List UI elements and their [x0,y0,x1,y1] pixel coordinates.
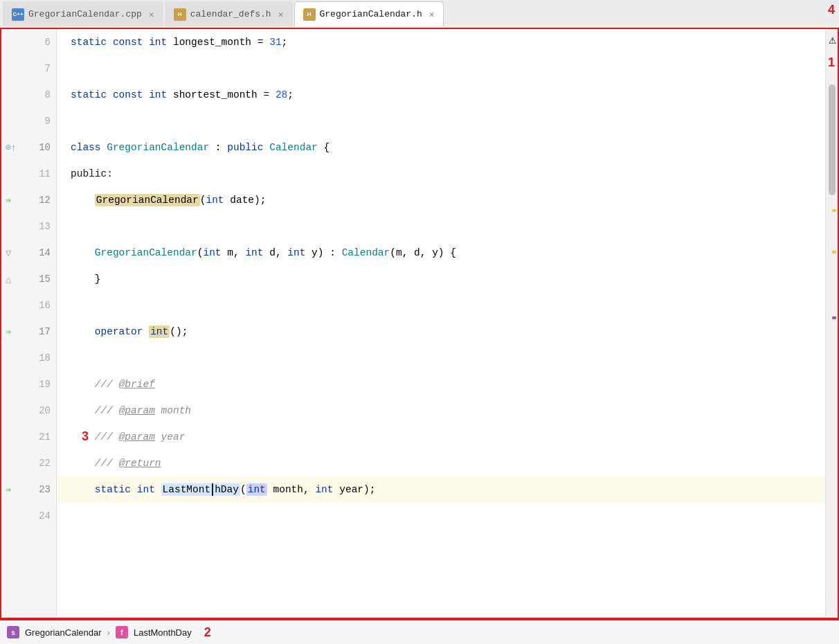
gutter-line-14: ▽ 14 [1,240,56,266]
tab-cpp-close[interactable]: ✕ [149,9,154,20]
gutter-line-15: △ 15 [1,266,56,292]
line-number-13: 13 [39,221,51,232]
code-line-13 [57,213,825,240]
code-content-14: GregorianCalendar(int m, int d, int y) :… [71,247,456,258]
code-content-19: /// @brief [71,379,155,390]
scroll-marker-yellow-1 [832,209,836,212]
code-line-17: operator int(); [57,319,825,345]
gutter-line-21: 21 [1,424,56,450]
code-editor[interactable]: static const int longest_month = 31; sta… [57,29,825,618]
gutter-line-12: ⇒ 12 [1,187,56,213]
line-number-24: 24 [39,510,51,521]
tab-defs-close[interactable]: ✕ [278,9,284,20]
code-content-23: static int LastMonthDay(int month, int y… [71,483,375,496]
line-number-gutter: 6 7 8 9 ⊙↑ 10 11 ⇒ [1,29,57,618]
arrow-right-icon-12: ⇒ [6,195,11,206]
code-content-6: static const int longest_month = 31; [71,37,287,48]
line-number-8: 8 [45,89,51,100]
h-file-icon-header: H [303,8,316,21]
gutter-line-11: 11 [1,161,56,187]
tab-cpp[interactable]: C++ GregorianCalendar.cpp ✕ [3,1,163,26]
code-line-21: /// @param year [57,424,825,450]
gutter-line-10: ⊙↑ 10 [1,134,56,161]
annotation-label-4: 4 [828,3,835,17]
gutter-line-24: 24 [1,503,56,529]
tab-header-close[interactable]: ✕ [429,9,435,20]
code-line-19: /// @brief [57,371,825,397]
annotation-label-3: 3 [82,429,89,444]
gutter-line-6: 6 [1,29,56,55]
scroll-marker-yellow-2 [832,251,836,253]
line-number-17: 17 [39,326,51,337]
code-content-15: } [71,274,101,285]
scroll-marker-purple [832,316,836,319]
line-number-11: 11 [39,168,51,179]
line-number-23: 23 [39,484,51,495]
code-line-20: /// @param month [57,397,825,424]
status-bar: s GregorianCalendar › f LastMonthDay 2 [0,619,839,644]
fold-icon-15[interactable]: △ [6,274,11,285]
class-icon: s [7,626,19,638]
code-line-18 [57,345,825,371]
code-content-22: /// @return [71,458,161,469]
tab-defs[interactable]: H calendar_defs.h ✕ [165,1,293,26]
gutter-line-23: ⇒ 23 [1,476,56,503]
h-file-icon-defs: H [174,8,186,21]
function-icon: f [116,626,128,638]
gutter-line-20: 20 [1,397,56,424]
line-number-10: 10 [39,142,51,153]
arrow-right-icon-23: ⇒ [6,484,11,495]
annotation-label-2: 2 [204,625,211,640]
code-line-23: static int LastMonthDay(int month, int y… [57,476,825,503]
code-line-14: GregorianCalendar(int m, int d, int y) :… [57,240,825,266]
code-content-17: operator int(); [71,326,188,337]
cpp-file-icon: C++ [12,8,24,21]
code-line-15: } [57,266,825,292]
line-number-6: 6 [45,37,51,48]
line-number-12: 12 [39,195,51,206]
gutter-line-13: 13 [1,213,56,240]
vertical-scrollbar[interactable]: ⚠️ [825,29,838,618]
line-number-21: 21 [39,431,51,442]
code-line-12: GregorianCalendar(int date); [57,187,825,213]
line-number-20: 20 [39,405,51,416]
gutter-line-16: 16 [1,292,56,319]
tab-header-label: GregorianCalendar.h [320,9,422,19]
gutter-line-8: 8 [1,82,56,108]
arrow-right-icon-17: ⇒ [6,326,11,337]
tab-header[interactable]: H GregorianCalendar.h ✕ [294,1,444,26]
tab-cpp-label: GregorianCalendar.cpp [28,9,142,19]
editor-body: 6 7 8 9 ⊙↑ 10 11 ⇒ [0,29,839,619]
breadcrumb-arrow: › [107,627,110,638]
tab-bar: C++ GregorianCalendar.cpp ✕ H calendar_d… [0,0,839,29]
function-name-label: LastMonthDay [134,627,192,638]
scroll-thumb[interactable] [829,84,836,195]
warning-icon: ⚠️ [829,32,836,47]
fold-icon-14[interactable]: ▽ [6,247,11,259]
code-line-16 [57,292,825,319]
line-number-9: 9 [45,116,51,127]
line-number-14: 14 [39,247,51,258]
code-line-11: public: [57,161,825,187]
line-number-7: 7 [45,63,51,74]
gutter-line-7: 7 [1,55,56,82]
code-line-22: /// @return [57,450,825,476]
code-content-8: static const int shortest_month = 28; [71,89,294,100]
annotation-label-1: 1 [828,55,835,70]
code-line-24 [57,503,825,529]
code-content-12: GregorianCalendar(int date); [71,195,266,206]
code-content-10: class GregorianCalendar : public Calenda… [71,142,330,153]
code-line-10: class GregorianCalendar : public Calenda… [57,134,825,161]
gutter-line-9: 9 [1,108,56,134]
override-icon-10: ⊙↑ [6,142,17,153]
line-number-18: 18 [39,352,51,364]
class-name-label: GregorianCalendar [25,627,102,638]
code-line-6: static const int longest_month = 31; [57,29,825,55]
gutter-line-17: ⇒ 17 [1,319,56,345]
gutter-line-19: 19 [1,371,56,397]
gutter-line-22: 22 [1,450,56,476]
code-line-7 [57,55,825,82]
code-line-9 [57,108,825,134]
tab-defs-label: calendar_defs.h [190,9,271,19]
gutter-line-18: 18 [1,345,56,371]
